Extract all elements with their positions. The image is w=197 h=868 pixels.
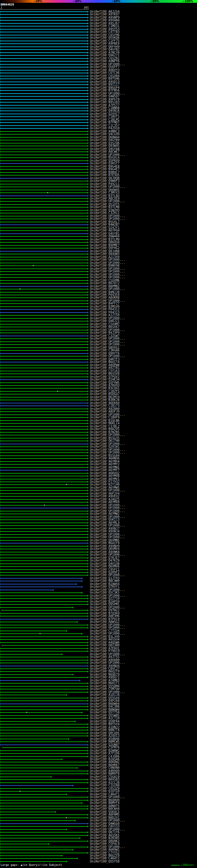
hit-bar[interactable] (0, 108, 88, 108)
hit-bar[interactable] (0, 852, 88, 853)
hit-bar[interactable] (0, 309, 88, 310)
hit-bar[interactable] (2, 610, 88, 611)
hit-bar[interactable] (0, 187, 88, 187)
hit-bar[interactable] (0, 172, 88, 173)
hit-bar[interactable] (0, 29, 88, 30)
hit-bar[interactable] (0, 368, 88, 368)
hit-bar[interactable] (0, 619, 88, 620)
hit-bar[interactable] (0, 79, 88, 79)
hit-bar[interactable] (0, 292, 88, 292)
hit-bar[interactable] (0, 791, 88, 792)
hit-bar[interactable] (0, 666, 88, 666)
hit-bar[interactable] (0, 680, 79, 681)
hit-bar[interactable] (0, 122, 88, 123)
hit-bar[interactable] (0, 64, 88, 65)
hit-bar[interactable] (0, 163, 88, 164)
hit-bar[interactable] (0, 832, 88, 833)
hit-bar[interactable] (0, 592, 81, 593)
hit-bar[interactable] (0, 58, 88, 59)
hit-bar[interactable] (0, 157, 88, 158)
hit-bar[interactable] (0, 405, 88, 406)
hit-bar[interactable] (0, 812, 55, 812)
hit-bar[interactable] (0, 773, 88, 774)
hit-bar[interactable] (0, 55, 88, 56)
hit-bar[interactable] (0, 143, 88, 144)
hit-bar[interactable] (0, 514, 88, 514)
hit-bar[interactable] (0, 49, 88, 50)
hit-bar[interactable] (0, 318, 88, 319)
hit-bar[interactable] (0, 181, 88, 181)
hit-bar[interactable] (0, 745, 88, 745)
hit-bar[interactable] (0, 373, 88, 374)
hit-bar[interactable] (0, 566, 88, 567)
hit-bar[interactable] (0, 704, 88, 704)
hit-bar[interactable] (0, 560, 88, 561)
hit-bar[interactable] (0, 88, 88, 88)
hit-bar[interactable] (0, 359, 88, 360)
hit-bar[interactable] (0, 677, 88, 678)
hit-bar[interactable] (0, 251, 88, 252)
hit-bar[interactable] (0, 493, 88, 494)
hit-bar[interactable] (0, 230, 88, 231)
hit-bar[interactable] (0, 692, 88, 692)
hit-bar[interactable] (0, 283, 88, 284)
hit-bar[interactable] (0, 111, 88, 111)
hit-bar[interactable] (0, 765, 88, 766)
hit-bar[interactable] (0, 739, 68, 739)
hit-bar[interactable] (0, 712, 81, 713)
hit-bar[interactable] (0, 488, 88, 488)
hit-bar[interactable] (0, 394, 88, 395)
hit-bar[interactable] (0, 856, 62, 856)
hit-bar[interactable] (0, 385, 88, 386)
hit-bar[interactable] (0, 277, 88, 278)
hit-bar[interactable] (0, 239, 88, 240)
hit-label[interactable]: UniRef100_Q55T58 (90, 860, 120, 863)
hit-bar[interactable] (0, 779, 88, 780)
hit-bar[interactable] (0, 377, 88, 377)
hit-bar[interactable] (0, 674, 73, 675)
hit-bar[interactable] (0, 785, 73, 786)
hit-bar[interactable] (0, 312, 88, 313)
hit-bar[interactable] (0, 733, 88, 734)
hit-bar[interactable] (0, 435, 88, 435)
hit-bar[interactable] (0, 633, 81, 634)
hit-bar[interactable] (0, 400, 88, 400)
hit-bar[interactable] (0, 102, 88, 102)
hit-bar[interactable] (0, 219, 88, 219)
hit-bar[interactable] (0, 750, 88, 751)
hit-bar[interactable] (0, 37, 88, 38)
hit-bar[interactable] (0, 660, 88, 660)
hit-bar[interactable] (0, 245, 88, 246)
hit-bar[interactable] (0, 496, 88, 497)
hit-bar[interactable] (0, 204, 88, 205)
hit-bar[interactable] (0, 706, 88, 707)
hit-bar[interactable] (0, 508, 88, 508)
hit-bar[interactable] (0, 192, 88, 193)
hit-bar[interactable] (0, 17, 88, 18)
hit-bar[interactable] (0, 234, 88, 234)
hit-bar[interactable] (0, 11, 88, 12)
hit-bar[interactable] (0, 753, 88, 754)
hit-bar[interactable] (0, 598, 88, 599)
hit-bar[interactable] (0, 718, 88, 719)
hit-bar[interactable] (0, 403, 88, 403)
hit-bar[interactable] (0, 116, 88, 117)
hit-bar[interactable] (0, 61, 88, 62)
hit-bar[interactable] (0, 227, 88, 228)
hit-bar[interactable] (0, 841, 88, 841)
hit-bar[interactable] (0, 546, 88, 547)
hit-bar[interactable] (0, 105, 88, 105)
hit-bar[interactable] (0, 213, 88, 213)
hit-bar[interactable] (0, 698, 88, 698)
hit-bar[interactable] (0, 727, 88, 727)
hit-bar[interactable] (0, 473, 88, 473)
hit-bar[interactable] (0, 73, 88, 73)
hit-bar[interactable] (0, 315, 88, 316)
hit-bar[interactable] (0, 184, 88, 184)
hit-bar[interactable] (0, 613, 88, 614)
hit-bar[interactable] (0, 242, 88, 243)
hit-bar[interactable] (0, 517, 88, 517)
hit-bar[interactable] (0, 70, 88, 70)
hit-bar[interactable] (0, 639, 88, 640)
hit-bar[interactable] (0, 166, 88, 167)
